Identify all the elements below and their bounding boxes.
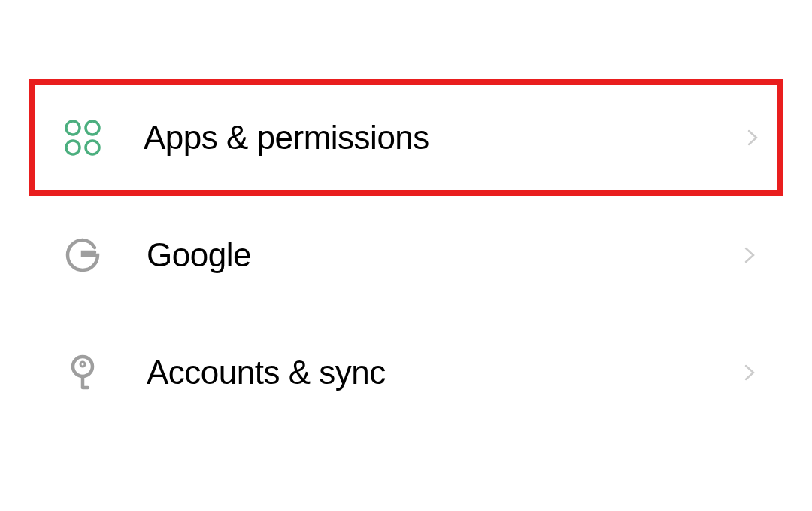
google-icon bbox=[64, 236, 102, 274]
apps-permissions-icon bbox=[64, 119, 102, 157]
settings-item-label: Google bbox=[147, 236, 741, 274]
chevron-right-icon bbox=[741, 363, 759, 382]
key-icon bbox=[64, 354, 102, 391]
highlight-annotation: Apps & permissions bbox=[29, 79, 783, 196]
chevron-right-icon bbox=[744, 129, 762, 147]
settings-list: Apps & permissions Google bbox=[0, 79, 812, 431]
settings-item-label: Accounts & sync bbox=[147, 354, 741, 391]
svg-rect-1 bbox=[86, 121, 99, 135]
chevron-right-icon bbox=[741, 246, 759, 264]
settings-item-apps-permissions[interactable]: Apps & permissions bbox=[0, 79, 812, 196]
section-divider bbox=[143, 29, 763, 29]
svg-rect-2 bbox=[66, 141, 80, 154]
settings-item-label: Apps & permissions bbox=[144, 119, 744, 157]
settings-item-accounts-sync[interactable]: Accounts & sync bbox=[0, 314, 812, 431]
svg-point-5 bbox=[80, 362, 85, 367]
svg-rect-3 bbox=[86, 141, 99, 154]
svg-rect-0 bbox=[66, 121, 80, 135]
settings-item-google[interactable]: Google bbox=[0, 196, 812, 314]
